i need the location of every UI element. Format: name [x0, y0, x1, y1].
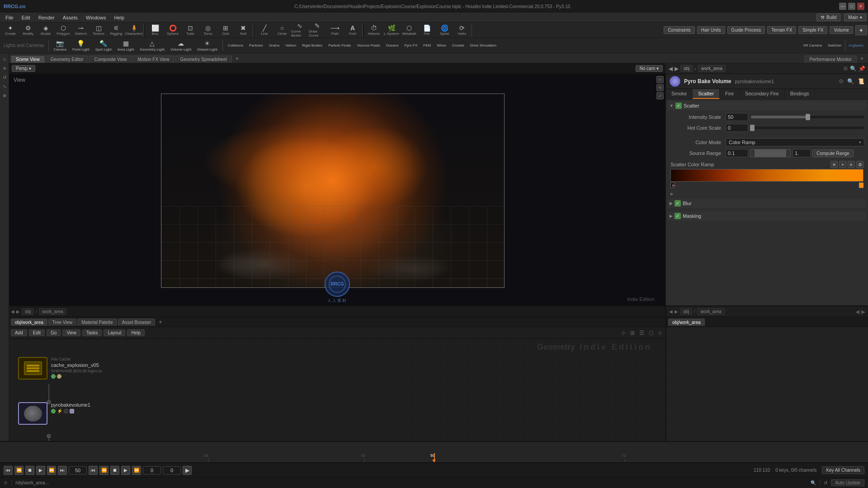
menu-assets[interactable]: Assets [59, 13, 81, 23]
tool-characters[interactable]: 🧍 Characters [125, 23, 142, 37]
net-go-btn[interactable]: Go [47, 329, 61, 336]
play-btn-2[interactable]: ▶ [183, 466, 192, 475]
menu-render[interactable]: Render [35, 13, 58, 23]
tool-file[interactable]: 📄 File [418, 23, 435, 37]
net-icon-5[interactable]: ⊹ [656, 330, 664, 336]
net-tab-work-area[interactable]: obj/work_area [11, 319, 47, 326]
ramp-stop-right[interactable] [859, 183, 863, 188]
rp-path-obj[interactable]: obj [680, 65, 693, 72]
rb-nav-back[interactable]: ◀ [669, 309, 673, 314]
tool-path[interactable]: ⟶ Path [326, 23, 344, 37]
tool-box[interactable]: ⬜ Box [146, 23, 164, 37]
frame-right-display[interactable]: 0 [163, 466, 181, 474]
intensity-scale-input[interactable] [726, 113, 748, 121]
menu-edit[interactable]: Edit [18, 13, 34, 23]
sidebar-select-icon[interactable]: ⊹ [0, 55, 9, 63]
ramp-options-btn[interactable]: ≡ [848, 161, 855, 168]
fem-button[interactable]: FEM [420, 39, 434, 52]
rb-path[interactable]: obj [680, 308, 692, 315]
rb-nav-forward[interactable]: ▶ [675, 309, 678, 314]
build-button[interactable]: ⚒ Build [816, 14, 840, 21]
color-ramp-bar[interactable] [670, 169, 863, 182]
rp-nav-back[interactable]: ◀ [669, 66, 673, 72]
tool-font[interactable]: A Font [344, 23, 361, 37]
blur-section-header[interactable]: ▶ ✓ Blur [668, 199, 866, 208]
sidebar-rotate-icon[interactable]: ↺ [0, 73, 9, 81]
drive-simulation-button[interactable]: Drive Simulation [467, 39, 499, 52]
transport-prev-key[interactable]: ⏪ [14, 466, 24, 475]
distant-light-button[interactable]: ☀ Distant Light [194, 39, 220, 52]
grains-button[interactable]: Grains [266, 39, 283, 52]
node-file-cache[interactable]: File Cache cache_explosion_v05 SHIPNAME.… [18, 357, 103, 380]
ramp-delete-btn[interactable]: ✕ [830, 161, 838, 168]
hot-core-scale-input[interactable] [726, 124, 748, 132]
hot-core-scale-slider[interactable] [751, 127, 864, 129]
scatter-section-header[interactable]: ▼ ✓ Scatter [668, 101, 866, 110]
node-search-icon[interactable]: 🔍 [847, 78, 854, 84]
tab-composite-view[interactable]: Composite View [89, 56, 132, 63]
net-help-btn[interactable]: Help [127, 329, 145, 336]
particle-fluids-button[interactable]: Particle Fluids [326, 39, 354, 52]
tool-l-system[interactable]: 🌿 L-System [383, 23, 400, 37]
tool-deform[interactable]: ⊸ Deform [72, 23, 90, 37]
viscous-fluids-button[interactable]: Viscous Fluids [354, 39, 382, 52]
rp-path-work-area[interactable]: work_area [698, 65, 726, 72]
masking-section-header[interactable]: ▶ ✓ Masking [668, 211, 866, 221]
menu-file[interactable]: File [2, 13, 17, 23]
tool-spiral[interactable]: 🌀 Spiral [436, 23, 453, 37]
terrain-fx-button[interactable]: Terrain FX [767, 26, 796, 34]
oceans-button[interactable]: Oceans [383, 39, 401, 52]
tool-create[interactable]: ✦ Create [2, 23, 19, 37]
tab-fire[interactable]: Fire [720, 89, 740, 99]
add-button[interactable]: + [855, 25, 867, 35]
net-nav-forward[interactable]: ▶ [16, 309, 20, 314]
rp-pin-icon[interactable]: 📌 [859, 66, 865, 72]
cam-dropdown[interactable]: No cam ▾ [636, 65, 663, 72]
tool-helix[interactable]: ⟳ Helix [453, 23, 471, 37]
tab-geometry-spreadsheet[interactable]: Geometry Spreadsheet [175, 56, 231, 63]
wires-button[interactable]: Wires [434, 39, 448, 52]
collisions-button[interactable]: Collisions [225, 39, 246, 52]
guide-process-button[interactable]: Guide Process [727, 26, 765, 34]
transport-icon-2[interactable]: ⏪ [99, 466, 108, 475]
tool-historic[interactable]: ⏱ Historic [365, 23, 382, 37]
volume-light-button[interactable]: ☁ Volume Light [168, 39, 194, 52]
tool-grid[interactable]: ⊞ Grid [217, 23, 234, 37]
tab-add-right[interactable]: + [858, 55, 866, 63]
net-icon-2[interactable]: ⊞ [629, 330, 636, 336]
net-tasks-btn[interactable]: Tasks [82, 329, 102, 336]
tool-rigging[interactable]: ⚟ Rigging [108, 23, 125, 37]
minimize-button[interactable]: — [839, 3, 846, 10]
net-tab-tree-view[interactable]: Tree View [48, 319, 76, 326]
transport-next-key[interactable]: ⏩ [47, 466, 56, 475]
menu-windows[interactable]: Windows [82, 13, 110, 23]
rp-settings-icon[interactable]: ⚙ [843, 66, 848, 72]
tab-performance-monitor[interactable]: Performance Monitor [805, 56, 857, 63]
crowds-button[interactable]: Crowds [449, 39, 467, 52]
spot-light-button[interactable]: 🔦 Spot Light [93, 39, 114, 52]
net-add-btn[interactable]: Add [11, 329, 27, 336]
maximize-button[interactable]: □ [848, 3, 855, 10]
rb-path-work[interactable]: work_area [697, 308, 725, 315]
simple-fx-button[interactable]: Simple FX [798, 26, 827, 34]
net-path-work-area[interactable]: work_area [39, 308, 66, 315]
node-settings-icon[interactable]: ⚙ [839, 78, 844, 84]
tool-curve-bezier[interactable]: ∿ Curve Bezier [291, 23, 308, 37]
net-icon-4[interactable]: ⬡ [647, 330, 655, 336]
tool-model[interactable]: ◈ Model [37, 23, 54, 37]
vr-camera-button[interactable]: VR Camera [800, 39, 825, 52]
transport-to-end[interactable]: ⏭ [58, 466, 67, 475]
tool-polygon[interactable]: ⬡ Polygon [55, 23, 72, 37]
rb-tab-main[interactable]: obj/work_area [668, 319, 705, 326]
net-edit-btn[interactable]: Edit [29, 329, 45, 336]
rb-icon-1[interactable]: ◀ [855, 309, 859, 315]
compute-range-button[interactable]: Compute Range [812, 150, 854, 157]
key-all-channels-button[interactable]: Key All Channels [822, 466, 864, 474]
tab-bindings[interactable]: Bindings [785, 89, 815, 99]
ramp-arrow-row[interactable]: ▶ [672, 183, 675, 188]
net-icon-3[interactable]: ☰ [638, 330, 646, 336]
persp-dropdown[interactable]: Persp ▾ [12, 65, 35, 72]
vp-nav-1[interactable]: ⊹ [656, 76, 664, 83]
transport-icon-5[interactable]: ⏩ [132, 466, 141, 475]
transport-icon-1[interactable]: ⏮ [89, 466, 98, 475]
